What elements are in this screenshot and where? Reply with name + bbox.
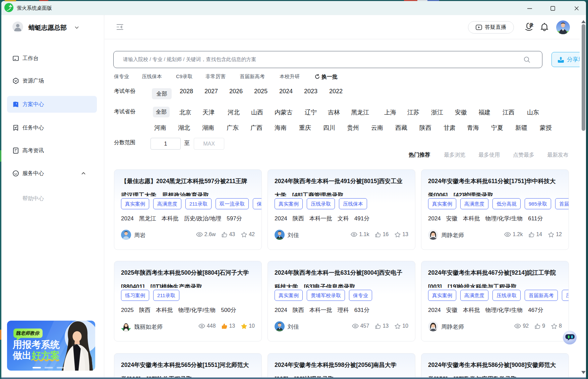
svg-text:录: 录	[529, 22, 534, 28]
